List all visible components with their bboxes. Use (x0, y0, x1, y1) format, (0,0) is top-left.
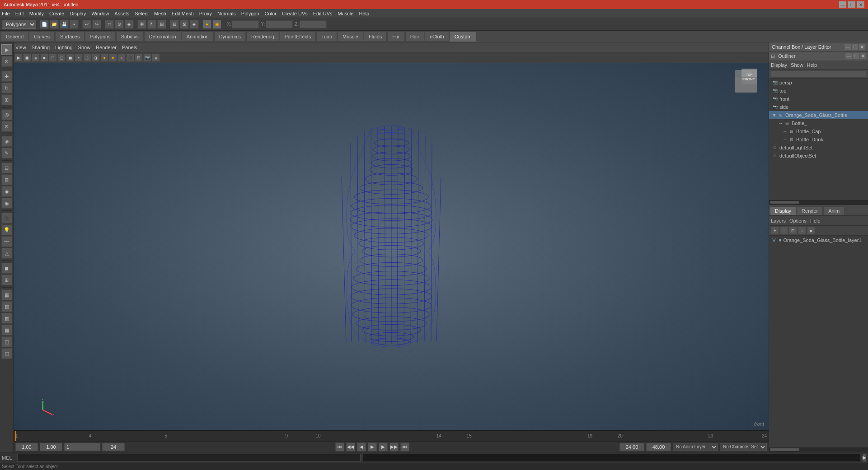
vp-shaded[interactable]: ▪ (75, 54, 83, 62)
outliner-item-side[interactable]: 📷 side (769, 103, 868, 111)
vp-ipr[interactable]: ◈ (32, 54, 40, 62)
shelf-tab-surfaces[interactable]: Surfaces (55, 32, 84, 42)
pb-go-end[interactable]: ⏭ (400, 442, 409, 451)
menu-select[interactable]: Select (135, 11, 149, 16)
tool-misc3[interactable]: ▨ (1, 313, 12, 324)
tb-select[interactable]: ◻ (105, 20, 114, 29)
outliner-item-top[interactable]: 📷 top (769, 87, 868, 95)
outliner-item-front[interactable]: 📷 front (769, 95, 868, 103)
outliner-search-input[interactable] (771, 70, 866, 78)
layer-expand[interactable]: ▶ (807, 227, 815, 235)
tb-save-as[interactable]: ▪ (70, 20, 79, 29)
shelf-tab-polygons[interactable]: Polygons (85, 32, 115, 42)
tool-polygon[interactable]: △ (1, 248, 12, 259)
tool-snap-grid[interactable]: ⊟ (1, 163, 12, 173)
tb-render[interactable]: ● (202, 20, 211, 29)
shelf-tab-hair[interactable]: Hair (405, 32, 424, 42)
shelf-tab-subdivs[interactable]: Subdivs (116, 32, 144, 42)
vp-display-mode[interactable]: ■ (40, 54, 48, 62)
tool-show-manip[interactable]: ⊙ (1, 121, 12, 132)
outliner-item-default-light-set[interactable]: ⊙ defaultLightSet (769, 144, 868, 152)
pb-go-start[interactable]: ⏮ (335, 442, 344, 451)
ch-tab-anim[interactable]: Anim (823, 206, 845, 215)
vp-menu-lighting[interactable]: Lighting (55, 45, 73, 50)
shelf-tab-curves[interactable]: Curves (29, 32, 55, 42)
tool-lasso[interactable]: ⊙ (1, 56, 12, 67)
outliner-hscroll[interactable] (769, 200, 868, 205)
menu-modify[interactable]: Modify (29, 11, 44, 16)
menu-window[interactable]: Window (91, 11, 109, 16)
vp-shade-comp[interactable]: ◑ (92, 54, 100, 62)
channel-box-close[interactable]: ✕ (859, 44, 865, 50)
ch-tab-render[interactable]: Render (797, 206, 823, 215)
subtab-layers[interactable]: Layers (771, 218, 786, 223)
vp-lighting2[interactable]: ● (109, 54, 117, 62)
outliner-item-bottle-group[interactable]: ▼ ⊞ Orange_Soda_Glass_Bottle (769, 111, 868, 119)
vp-lighting1[interactable]: ● (100, 54, 108, 62)
tool-curve[interactable]: 〜 (1, 236, 12, 247)
outliner-minimize[interactable]: — (845, 53, 852, 59)
outliner-item-bottle-mesh[interactable]: → ⊟ Bottle_ (769, 119, 868, 127)
shelf-tab-toon[interactable]: Toon (316, 32, 337, 42)
menu-file[interactable]: File (2, 11, 10, 16)
menu-polygon[interactable]: Polygon (241, 11, 259, 16)
vp-menu-show[interactable]: Show (78, 45, 91, 50)
shelf-tab-ncloth[interactable]: nCloth (425, 32, 449, 42)
tool-lattice[interactable]: ⊞ (1, 275, 12, 285)
menu-create[interactable]: Create (49, 11, 64, 16)
layer-new[interactable]: + (771, 227, 779, 235)
tool-misc4[interactable]: ▩ (1, 325, 12, 335)
tb-save[interactable]: 💾 (60, 20, 69, 29)
max-time-field[interactable] (619, 443, 644, 451)
menu-muscle[interactable]: Muscle (338, 11, 354, 16)
tool-snap-view[interactable]: ◉ (1, 198, 12, 209)
tb-snap-curve[interactable]: ⊠ (180, 20, 189, 29)
menu-mesh[interactable]: Mesh (154, 11, 166, 16)
max-playback-field[interactable] (646, 443, 671, 451)
layer-item-bottle[interactable]: V ■ Orange_Soda_Glass_Bottle_layer1 (769, 236, 868, 245)
vp-xray[interactable]: ◌ (83, 54, 91, 62)
tb-undo[interactable]: ↩ (82, 20, 91, 29)
menu-edit-uvs[interactable]: Edit UVs (313, 11, 333, 16)
outliner-item-bottle-cap[interactable]: → ⊟ Bottle_Cap (769, 127, 868, 135)
vp-menu-panels[interactable]: Panels (122, 45, 137, 50)
z-field[interactable] (300, 20, 327, 28)
minimize-button[interactable]: — (839, 1, 846, 8)
channel-box-restore[interactable]: □ (852, 44, 858, 50)
outliner-close[interactable]: ✕ (860, 53, 866, 59)
shelf-tab-deformation[interactable]: Deformation (144, 32, 181, 42)
shelf-tab-fur[interactable]: Fur (387, 32, 405, 42)
range-start-field[interactable] (40, 443, 62, 451)
pb-next-key[interactable]: ▶▶ (389, 442, 399, 451)
shelf-tab-painteffects[interactable]: PaintEffects (280, 32, 316, 42)
layer-sort[interactable]: ↕ (798, 227, 806, 235)
vp-subdiv[interactable]: ◼ (66, 54, 74, 62)
subtab-help[interactable]: Help (810, 218, 821, 223)
tb-ipr[interactable]: ◉ (212, 20, 221, 29)
view-cube[interactable]: FRONT TOP (732, 68, 764, 99)
layer-visibility[interactable]: V (771, 237, 777, 243)
tb-snap-grid[interactable]: ⊟ (170, 20, 179, 29)
tool-move[interactable]: ✚ (1, 71, 12, 82)
outliner-item-bottle-drink[interactable]: → ⊟ Bottle_Drink (769, 135, 868, 144)
layer-delete[interactable]: − (780, 227, 788, 235)
vp-select-all[interactable]: ▶ (14, 54, 23, 62)
vp-wireframe[interactable]: □ (49, 54, 57, 62)
menu-create-uvs[interactable]: Create UVs (282, 11, 308, 16)
vp-snapshot[interactable]: 📷 (143, 54, 151, 62)
tb-move[interactable]: ✚ (137, 20, 146, 29)
tool-misc1[interactable]: ▦ (1, 289, 12, 300)
cmd-expand[interactable]: ▶ (863, 454, 866, 462)
tb-redo[interactable]: ↪ (92, 20, 101, 29)
vp-hudtoggle[interactable]: ◈ (152, 54, 160, 62)
vp-render[interactable]: ◉ (23, 54, 31, 62)
tool-scale[interactable]: ⊞ (1, 94, 12, 105)
tool-misc2[interactable]: ▧ (1, 301, 12, 312)
ch-tab-display[interactable]: Display (770, 206, 796, 215)
shelf-tab-animation[interactable]: Animation (182, 32, 214, 42)
vp-lighting3[interactable]: ● (117, 54, 126, 62)
menu-assets[interactable]: Assets (114, 11, 129, 16)
tool-misc5[interactable]: ◫ (1, 336, 12, 347)
close-button[interactable]: ✕ (857, 1, 864, 8)
tool-rotate[interactable]: ↻ (1, 83, 12, 93)
